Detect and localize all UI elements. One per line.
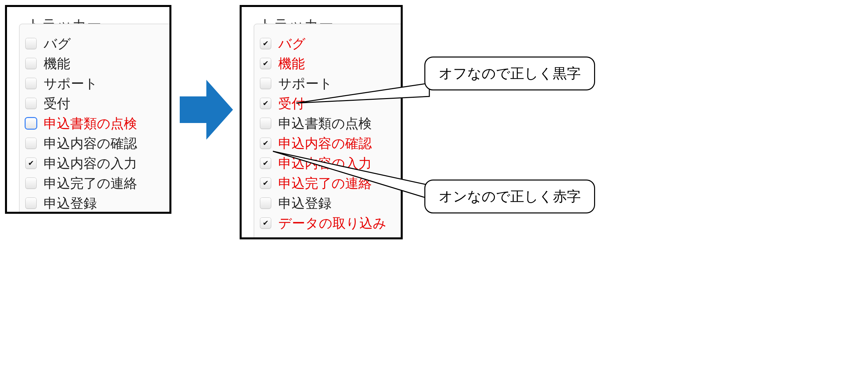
tracker-checkbox[interactable]: ✔	[260, 198, 271, 208]
check-icon: ✔	[262, 100, 269, 107]
tracker-checkbox[interactable]: ✔	[260, 178, 271, 188]
tracker-label: データの取り込み	[278, 216, 386, 230]
tracker-checkbox[interactable]: ✔	[26, 158, 36, 169]
tracker-row: ✔バグ	[260, 34, 392, 54]
tracker-label: 機能	[278, 57, 305, 70]
tracker-row: ✔機能	[260, 54, 392, 73]
tracker-row: ✔サポート	[26, 73, 160, 94]
tracker-label: バグ	[43, 37, 71, 50]
tracker-row: ✔申込内容の入力	[26, 153, 160, 173]
check-icon: ✔	[262, 219, 269, 227]
tracker-checkbox[interactable]: ✔	[260, 138, 271, 149]
tracker-label: 申込完了の連絡	[43, 176, 137, 190]
svg-marker-0	[180, 80, 233, 140]
tracker-label: 受付	[43, 97, 70, 110]
tracker-row: ✔バグ	[26, 34, 160, 54]
tracker-row: ✔申込登録	[26, 193, 160, 213]
check-icon: ✔	[262, 140, 269, 147]
tracker-label: 申込内容の確認	[43, 137, 137, 150]
check-icon: ✔	[28, 160, 34, 167]
tracker-label: 申込内容の入力	[43, 157, 137, 170]
tracker-checkbox[interactable]: ✔	[260, 78, 271, 89]
tracker-checkbox[interactable]: ✔	[260, 218, 271, 229]
tracker-label: 機能	[43, 57, 70, 70]
callout-leader-bottom	[273, 151, 433, 198]
tracker-row: ✔申込完了の連絡	[26, 173, 160, 193]
callout-leader-top	[296, 83, 436, 123]
tracker-checkbox[interactable]: ✔	[26, 118, 36, 129]
check-icon: ✔	[262, 179, 269, 187]
tracker-row: ✔申込書類の点検	[26, 113, 160, 133]
tracker-label: サポート	[43, 77, 98, 90]
tracker-checkbox[interactable]: ✔	[260, 98, 271, 109]
tracker-checkbox[interactable]: ✔	[26, 38, 36, 49]
tracker-checkbox[interactable]: ✔	[260, 38, 271, 49]
tracker-label: 申込登録	[278, 197, 332, 210]
tracker-row: ✔機能	[26, 54, 160, 73]
tracker-label: 申込書類の点検	[43, 117, 137, 130]
tracker-checkbox[interactable]: ✔	[26, 58, 36, 69]
tracker-row: ✔申込内容の確認	[26, 133, 160, 153]
tracker-row: ✔データの取り込み	[260, 213, 392, 233]
tracker-label: 申込登録	[43, 197, 97, 210]
tracker-checkbox[interactable]: ✔	[260, 118, 271, 129]
tracker-checkbox[interactable]: ✔	[26, 178, 36, 188]
tracker-checkbox[interactable]: ✔	[26, 98, 36, 109]
diagram-stage: トラッカー ✔バグ✔機能✔サポート✔受付✔申込書類の点検✔申込内容の確認✔申込内…	[0, 0, 868, 379]
panel-body-left: ✔バグ✔機能✔サポート✔受付✔申込書類の点検✔申込内容の確認✔申込内容の入力✔申…	[19, 24, 169, 212]
check-icon: ✔	[262, 60, 269, 67]
tracker-label: 申込内容の確認	[278, 137, 372, 150]
tracker-checkbox[interactable]: ✔	[26, 138, 36, 149]
arrow-icon	[180, 80, 233, 140]
callout-off-black: オフなので正しく黒字	[424, 57, 595, 91]
tracker-checkbox[interactable]: ✔	[26, 78, 36, 89]
check-icon: ✔	[262, 160, 269, 167]
svg-marker-2	[273, 151, 426, 198]
svg-marker-1	[296, 83, 429, 103]
tracker-checkbox[interactable]: ✔	[260, 58, 271, 69]
callout-on-red: オンなので正しく赤字	[424, 179, 595, 213]
tracker-checkbox[interactable]: ✔	[26, 198, 36, 208]
tracker-row: ✔受付	[26, 94, 160, 113]
check-icon: ✔	[262, 40, 269, 47]
panel-body-right: ✔バグ✔機能✔サポート✔受付✔申込書類の点検✔申込内容の確認✔申込内容の入力✔申…	[254, 24, 401, 237]
tracker-label: バグ	[278, 37, 306, 50]
tracker-panel-before: トラッカー ✔バグ✔機能✔サポート✔受付✔申込書類の点検✔申込内容の確認✔申込内…	[5, 5, 172, 214]
tracker-checkbox[interactable]: ✔	[260, 158, 271, 169]
tracker-row: ✔申込内容の確認	[260, 133, 392, 153]
